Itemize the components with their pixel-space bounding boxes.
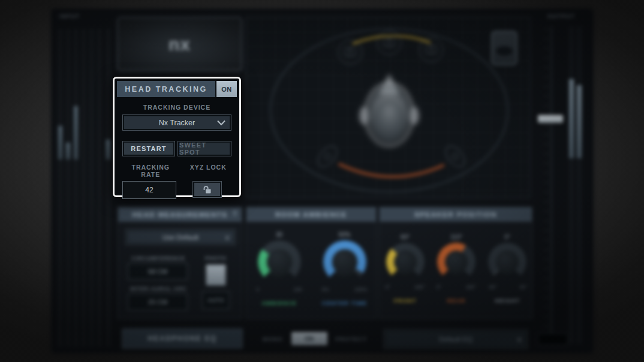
camera-icon[interactable] bbox=[491, 31, 517, 65]
inter-aural-value[interactable]: 25 CM bbox=[128, 294, 188, 310]
xyz-lock-label: XYZ LOCK bbox=[185, 164, 232, 178]
head-tracking-header: HEAD TRACKING ON bbox=[117, 81, 237, 97]
height-knob-block: 0° -90° 90° HEIGHT bbox=[487, 234, 527, 304]
output-meter bbox=[569, 26, 574, 344]
blurred-background-layer: INPUT nx bbox=[0, 0, 644, 362]
circumference-value[interactable]: 58 CM bbox=[128, 263, 188, 280]
head-visualization-panel bbox=[246, 17, 531, 198]
knob-max: 180° bbox=[414, 284, 425, 290]
chevron-down-icon bbox=[217, 120, 225, 125]
center-time-knob-block: 50% 0% 100% CENTER TIME bbox=[322, 231, 368, 306]
input-meter-level bbox=[66, 143, 70, 159]
listener-head bbox=[359, 74, 419, 146]
input-meter bbox=[82, 29, 86, 346]
tracking-rate-value[interactable]: 42 bbox=[122, 181, 176, 199]
front-knob[interactable] bbox=[386, 243, 425, 281]
output-fader-handle[interactable] bbox=[538, 115, 563, 123]
nx-logo: nx bbox=[168, 34, 191, 55]
front-caption: FRONT bbox=[394, 297, 417, 304]
photo-label: PHOTO bbox=[201, 255, 231, 261]
height-value: 0° bbox=[505, 234, 511, 240]
ambience-caption: AMBIENCE bbox=[261, 300, 297, 306]
output-meter-level bbox=[577, 85, 582, 158]
mono-label[interactable]: MONO bbox=[263, 336, 283, 342]
room-ambience-header: ROOM AMBIENCE bbox=[246, 207, 376, 222]
input-meter-level bbox=[74, 106, 78, 159]
inter-aural-label: INTER-AURAL ARC bbox=[123, 286, 194, 292]
monitor-controls: MONO ON PROTECT bbox=[249, 328, 381, 349]
rear-caption: REAR bbox=[447, 297, 466, 304]
auto-button[interactable]: AUTO bbox=[202, 291, 230, 309]
knob-min: -90° bbox=[487, 284, 497, 290]
output-meter-level bbox=[569, 79, 574, 158]
input-meters-label: INPUT bbox=[59, 13, 80, 19]
input-meter-level bbox=[106, 140, 110, 159]
ambience-knob[interactable] bbox=[258, 240, 301, 283]
xyz-lock-button[interactable] bbox=[192, 181, 222, 198]
ambience-value: 30 bbox=[276, 231, 282, 238]
headphone-eq-button[interactable]: HEADPHONE EQ bbox=[122, 328, 243, 349]
headphone-model-dropdown[interactable]: Default EQ ∨ bbox=[384, 330, 528, 349]
output-fader-track[interactable] bbox=[550, 26, 552, 344]
speaker-center bbox=[377, 31, 401, 55]
output-scale-ticks bbox=[544, 29, 549, 342]
photo-camera-button[interactable] bbox=[206, 264, 226, 286]
input-meter bbox=[89, 29, 94, 346]
chevron-down-icon: ∨ bbox=[225, 233, 230, 241]
speaker-position-title: SPEAKER POSITION bbox=[414, 211, 497, 218]
input-meter bbox=[106, 29, 110, 346]
head-tracking-title: HEAD TRACKING bbox=[117, 81, 215, 97]
head-measurements-panel: HEAD MEASUREMENTS ? Use Default ∨ CIRCUM… bbox=[118, 207, 242, 319]
rear-knob[interactable] bbox=[437, 243, 476, 281]
output-meter bbox=[577, 26, 582, 344]
unlock-icon bbox=[202, 185, 212, 194]
room-ambience-title: ROOM AMBIENCE bbox=[275, 211, 347, 218]
height-caption: HEIGHT bbox=[495, 297, 520, 304]
rear-arc-indicator bbox=[339, 164, 443, 177]
nx-logo-box: nx bbox=[117, 17, 242, 71]
input-meter bbox=[66, 29, 70, 346]
head-measurements-header: HEAD MEASUREMENTS ? bbox=[118, 207, 242, 222]
center-time-knob[interactable] bbox=[323, 240, 366, 283]
knob-min: 0° bbox=[437, 284, 441, 290]
knob-min: 0% bbox=[322, 286, 329, 292]
knob-max: 100 bbox=[293, 286, 302, 292]
output-value-box[interactable] bbox=[538, 333, 568, 345]
restart-button[interactable]: RESTART bbox=[122, 141, 175, 156]
speaker-front-right bbox=[419, 38, 443, 62]
head-visualization bbox=[246, 17, 530, 197]
tracking-device-label: TRACKING DEVICE bbox=[115, 104, 239, 111]
head-tracking-on-toggle[interactable]: ON bbox=[216, 81, 237, 97]
speaker-rear-right bbox=[442, 143, 468, 170]
height-knob[interactable] bbox=[488, 243, 526, 281]
center-time-caption: CENTER TIME bbox=[322, 300, 367, 306]
sweet-spot-button[interactable]: SWEET SPOT bbox=[177, 141, 231, 156]
input-meter bbox=[97, 29, 101, 346]
input-meter bbox=[74, 29, 78, 346]
head-tracking-panel: HEAD TRACKING ON TRACKING DEVICE Nx Trac… bbox=[113, 77, 241, 197]
front-knob-block: 60° 0° 180° FRONT bbox=[386, 234, 425, 304]
knob-max: 180° bbox=[465, 284, 476, 290]
knob-min: 0° bbox=[386, 284, 390, 290]
knob-max: 100% bbox=[354, 286, 368, 292]
input-meter-level bbox=[58, 126, 62, 159]
knob-min: 0 bbox=[257, 286, 260, 292]
room-ambience-panel: ROOM AMBIENCE 30 0 100 AMBIENCE bbox=[246, 207, 377, 319]
on-toggle[interactable]: ON bbox=[291, 332, 327, 345]
head-preset-dropdown[interactable]: Use Default ∨ bbox=[125, 229, 236, 245]
speaker-rear-left bbox=[314, 143, 341, 170]
speaker-position-panel: SPEAKER POSITION 60° 0° 180° FRONT bbox=[379, 207, 532, 319]
head-tracking-buttons: RESTART SWEET SPOT bbox=[122, 141, 231, 156]
ambience-knob-block: 30 0 100 AMBIENCE bbox=[257, 231, 302, 306]
nx-plugin-screenshot: INPUT nx bbox=[0, 0, 644, 362]
tracking-device-value: Nx Tracker bbox=[159, 119, 195, 127]
help-icon[interactable]: ? bbox=[233, 210, 237, 218]
protect-label[interactable]: PROTECT bbox=[336, 336, 367, 342]
rear-value: 110° bbox=[450, 234, 462, 240]
tracking-rate-label: TRACKING RATE bbox=[122, 164, 179, 178]
speaker-front-left bbox=[338, 40, 362, 64]
tracking-device-dropdown[interactable]: Nx Tracker bbox=[122, 114, 231, 131]
head-preset-value: Use Default bbox=[162, 234, 198, 241]
head-measurements-title: HEAD MEASUREMENTS bbox=[132, 211, 227, 218]
speaker-position-header: SPEAKER POSITION bbox=[380, 207, 532, 222]
